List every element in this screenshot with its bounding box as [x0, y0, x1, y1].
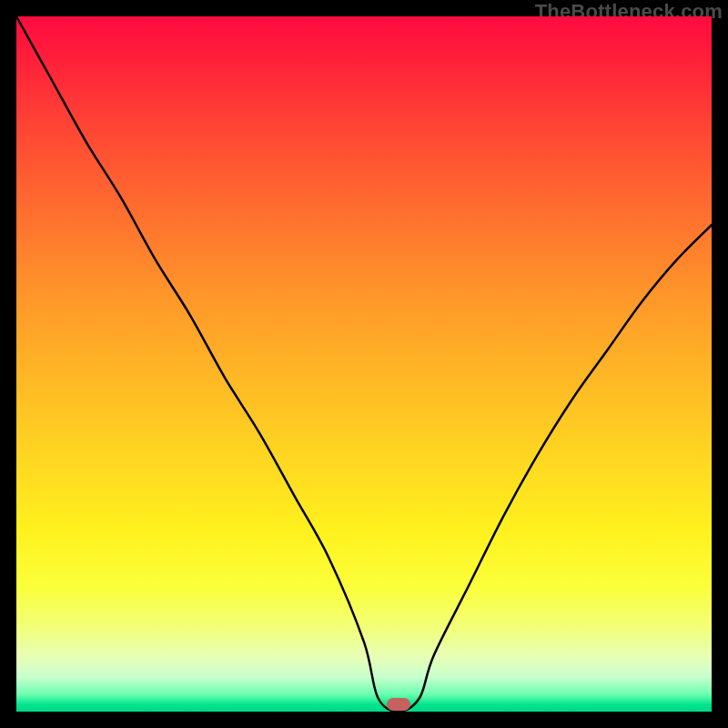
chart-plot-area — [16, 16, 712, 712]
chart-frame: TheBottleneck.com — [0, 0, 728, 728]
bottleneck-curve — [16, 16, 712, 712]
optimal-point-marker — [387, 698, 410, 711]
